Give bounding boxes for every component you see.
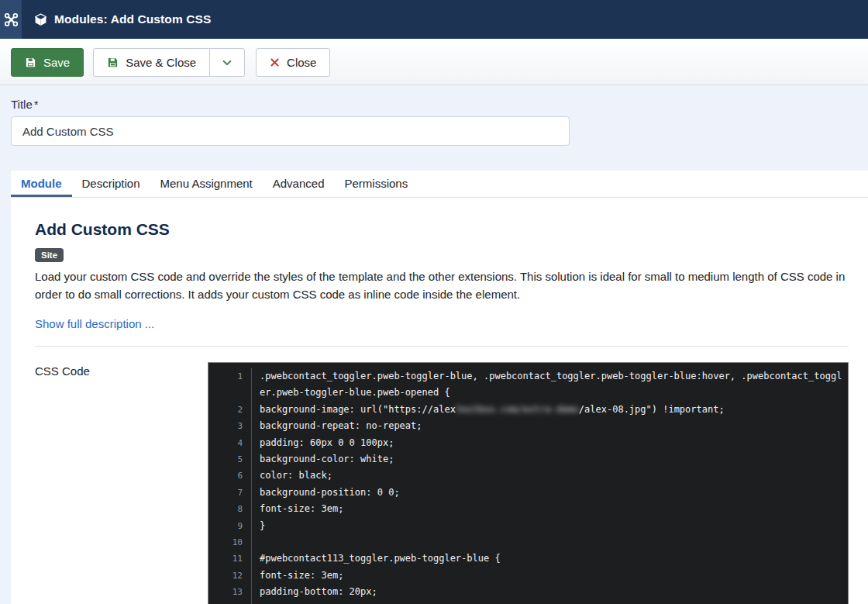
line-number: 10	[208, 534, 252, 551]
line-number: 13	[208, 584, 252, 600]
module-cube-icon	[34, 13, 47, 26]
tab-bar: ModuleDescriptionMenu AssignmentAdvanced…	[11, 171, 868, 198]
line-number: 12	[208, 568, 252, 584]
code-text[interactable]: }	[252, 518, 842, 534]
tab-advanced[interactable]: Advanced	[263, 171, 335, 197]
code-text[interactable]: background-color: white;	[252, 451, 842, 468]
code-text[interactable]: background-image: url("https://alextestb…	[252, 402, 842, 418]
divider	[35, 346, 849, 347]
code-line[interactable]: 2background-image: url("https://alextest…	[208, 402, 848, 418]
code-line[interactable]: 10	[208, 534, 848, 551]
save-button-label: Save	[43, 56, 70, 69]
code-text[interactable]: padding: 60px 0 0 100px;	[252, 435, 842, 451]
chevron-down-icon	[222, 57, 232, 68]
close-button-label: Close	[287, 56, 316, 69]
tab-permissions[interactable]: Permissions	[334, 171, 418, 197]
save-and-close-label: Save & Close	[126, 56, 196, 69]
module-panel: Add Custom CSS Site Load your custom CSS…	[11, 198, 868, 604]
code-text[interactable]: }	[252, 601, 842, 604]
site-badge: Site	[35, 248, 64, 262]
code-line[interactable]: 7background-position: 0 0;	[208, 485, 848, 501]
line-number: 5	[208, 451, 252, 468]
line-number: 4	[208, 435, 252, 451]
save-close-group: Save & Close	[93, 48, 245, 77]
css-code-editor[interactable]: 1.pwebcontact_toggler.pweb-toggler-blue,…	[208, 362, 849, 604]
title-input[interactable]	[11, 116, 570, 146]
tab-module[interactable]: Module	[11, 171, 72, 197]
redacted-url-segment: testbox.com/extra-demo	[456, 404, 579, 415]
save-close-icon	[107, 57, 119, 68]
code-line[interactable]: 13padding-bottom: 20px;	[208, 584, 848, 600]
content-card: ModuleDescriptionMenu AssignmentAdvanced…	[11, 171, 868, 604]
save-icon	[25, 57, 36, 68]
toolbar: Save Save & Close Close	[0, 39, 868, 85]
close-button[interactable]: Close	[256, 48, 330, 77]
line-number: 3	[208, 418, 252, 434]
code-line[interactable]: 11#pwebcontact113_toggler.pweb-toggler-b…	[208, 551, 848, 567]
module-heading: Add Custom CSS	[35, 220, 849, 239]
tab-description[interactable]: Description	[72, 171, 150, 197]
app-header: Modules: Add Custom CSS	[0, 0, 868, 39]
code-text[interactable]: #pwebcontact113_toggler.pweb-toggler-blu…	[252, 551, 842, 567]
code-text[interactable]: padding-bottom: 20px;	[252, 584, 842, 600]
save-button[interactable]: Save	[11, 48, 84, 77]
line-number: 9	[208, 518, 252, 534]
line-number: 2	[208, 402, 252, 418]
line-number: 11	[208, 551, 252, 567]
code-text[interactable]: background-position: 0 0;	[252, 485, 842, 501]
code-text[interactable]: font-size: 3em;	[252, 568, 842, 584]
code-line[interactable]: 4padding: 60px 0 0 100px;	[208, 435, 848, 451]
close-icon	[270, 57, 280, 67]
title-label: Title*	[11, 98, 39, 111]
code-line[interactable]: 3background-repeat: no-repeat;	[208, 418, 848, 434]
page-title: Modules: Add Custom CSS	[54, 12, 211, 26]
line-number: 14	[208, 601, 252, 604]
tab-menu-assignment[interactable]: Menu Assignment	[150, 171, 263, 197]
title-section: Title*	[0, 85, 868, 171]
code-text[interactable]	[252, 534, 842, 551]
joomla-logo-icon	[4, 12, 19, 27]
code-text[interactable]: .pwebcontact_toggler.pweb-toggler-blue, …	[252, 368, 842, 402]
line-number: 7	[208, 485, 252, 501]
code-text[interactable]: font-size: 3em;	[252, 501, 842, 517]
line-number: 1	[208, 368, 252, 402]
module-description: Load your custom CSS code and override t…	[35, 267, 849, 303]
show-full-description-link[interactable]: Show full description ...	[35, 317, 154, 330]
css-code-label: CSS Code	[35, 362, 208, 378]
code-line[interactable]: 5background-color: white;	[208, 451, 848, 468]
code-line[interactable]: 6color: black;	[208, 468, 848, 484]
code-text[interactable]: background-repeat: no-repeat;	[252, 418, 842, 434]
line-number: 6	[208, 468, 252, 484]
line-number: 8	[208, 501, 252, 517]
css-code-field-row: CSS Code 1.pwebcontact_toggler.pweb-togg…	[35, 362, 849, 604]
code-line[interactable]: 1.pwebcontact_toggler.pweb-toggler-blue,…	[208, 368, 848, 402]
code-line[interactable]: 8font-size: 3em;	[208, 501, 848, 517]
save-and-close-button[interactable]: Save & Close	[93, 48, 210, 77]
save-options-dropdown-toggle[interactable]	[209, 48, 245, 77]
code-line[interactable]: 14}	[208, 601, 848, 604]
code-text[interactable]: color: black;	[252, 468, 842, 484]
joomla-logo-tile[interactable]	[0, 0, 22, 39]
code-line[interactable]: 12font-size: 3em;	[208, 568, 848, 584]
required-star: *	[34, 98, 39, 111]
code-line[interactable]: 9}	[208, 518, 848, 534]
